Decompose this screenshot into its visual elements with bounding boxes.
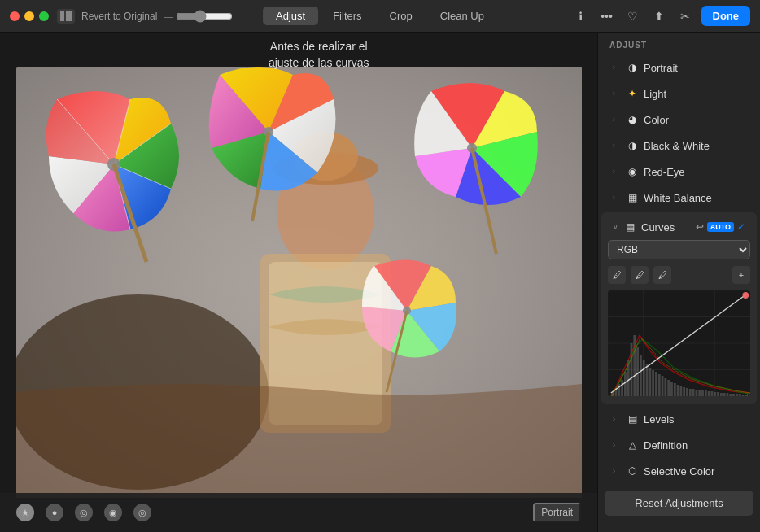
svg-rect-44 [649,368,651,396]
sidebar-item-selective-color[interactable]: › ⬡ Selective Color [601,459,757,483]
light-icon: ✦ [626,87,639,100]
svg-rect-48 [662,376,664,396]
reset-adjustments-button[interactable]: Reset Adjustments [605,491,753,516]
revert-button[interactable]: Revert to Original [81,11,157,22]
svg-rect-41 [640,355,642,396]
tab-cleanup[interactable]: Clean Up [427,7,497,25]
svg-rect-75 [745,395,747,396]
svg-rect-1 [66,11,72,21]
redeye-label: Red-Eye [644,166,685,178]
definition-label: Definition [644,439,688,451]
svg-rect-52 [674,383,676,396]
svg-rect-51 [670,382,673,396]
callout-line1: Antes de realizar el [270,40,368,53]
svg-point-77 [742,292,749,299]
zoom-slider: — [164,10,233,23]
portrait-label: Portrait [644,62,678,74]
zoom-input[interactable] [176,10,233,23]
chevron-icon: › [613,116,621,124]
curves-eyedropper-mid[interactable]: 🖊 [631,266,649,284]
svg-rect-68 [723,393,726,396]
svg-rect-67 [720,393,723,396]
traffic-lights [10,11,49,21]
svg-rect-35 [621,380,623,396]
curves-auto-badge[interactable]: AUTO [707,222,734,232]
maximize-button[interactable] [39,11,49,21]
svg-rect-78 [611,394,612,396]
svg-rect-0 [60,11,64,21]
sidebar-item-levels[interactable]: › ▤ Levels [601,407,757,431]
light-label: Light [644,88,666,100]
view-toggle [57,9,75,24]
histogram-graph[interactable] [608,290,750,396]
info-icon[interactable]: ℹ [571,7,591,26]
curves-header[interactable]: ∨ ▤ Curves ↩ AUTO ✓ [608,217,750,237]
levels-icon: ▤ [626,412,639,425]
tool-2[interactable]: ● [46,504,63,521]
selective-color-label: Selective Color [644,465,714,477]
curves-add-point[interactable]: + [732,266,750,284]
selective-color-icon: ⬡ [626,464,639,477]
tools-icon[interactable]: ✂ [675,7,695,26]
sidebar-item-portrait[interactable]: › ◑ Portrait [601,55,757,80]
chevron-icon: › [613,415,621,423]
bw-icon: ◑ [626,139,639,152]
sidebar-item-color[interactable]: › ◕ Color [601,107,757,132]
svg-rect-55 [683,387,685,396]
svg-rect-66 [717,392,719,396]
svg-rect-45 [652,370,654,396]
main-content: Antes de realizar el ajuste de las curva… [0,33,760,532]
chevron-icon: › [613,194,621,202]
toolbar-left: Revert to Original — [57,9,233,24]
rgb-select[interactable]: RGB Red Green Blue [608,240,750,259]
portrait-button[interactable]: Portrait [533,503,581,522]
svg-rect-73 [739,394,741,396]
svg-rect-57 [689,389,692,396]
curves-label: Curves [641,221,696,233]
tool-5[interactable]: ◎ [133,504,151,521]
sidebar-item-red-eye[interactable]: › ◉ Red-Eye [601,159,757,184]
photo-canvas[interactable] [16,67,582,498]
photo-image [16,67,582,498]
curves-eyedropper-dark[interactable]: 🖊 [608,266,626,284]
tool-4[interactable]: ◉ [104,504,122,521]
minimize-button[interactable] [24,11,34,21]
sidebar-item-black-white[interactable]: › ◑ Black & White [601,133,757,158]
sidebar-item-light[interactable]: › ✦ Light [601,81,757,106]
curves-check-icon[interactable]: ✓ [737,221,745,233]
tab-adjust[interactable]: Adjust [263,7,318,25]
svg-rect-42 [643,360,645,396]
photo-area: Antes de realizar el ajuste de las curva… [0,33,597,532]
done-button[interactable]: Done [701,6,751,26]
svg-rect-40 [636,347,639,396]
tab-crop[interactable]: Crop [377,7,426,25]
curves-tools: 🖊 🖊 🖊 + [608,263,750,287]
sidebar: ADJUST › ◑ Portrait › ✦ Light › ◕ Color … [597,33,760,532]
sidebar-item-white-balance[interactable]: › ▦ White Balance [601,185,757,210]
chevron-icon: › [613,63,621,72]
curves-undo-icon[interactable]: ↩ [696,221,704,233]
svg-rect-36 [624,372,627,396]
curves-section: ∨ ▤ Curves ↩ AUTO ✓ RGB Red Green Blue 🖊… [601,212,757,404]
heart-icon[interactable]: ♡ [623,7,643,26]
svg-rect-49 [664,378,666,396]
share-icon[interactable]: ⬆ [649,7,669,26]
more-options-icon[interactable]: ••• [597,7,617,26]
sidebar-section-header: ADJUST [598,33,760,55]
svg-rect-54 [679,386,682,396]
curves-eyedropper-light[interactable]: 🖊 [653,266,671,284]
tool-3[interactable]: ◎ [75,504,93,521]
svg-rect-62 [705,390,707,396]
sidebar-item-definition[interactable]: › △ Definition [601,433,757,457]
tool-original[interactable]: ★ [16,504,34,521]
close-button[interactable] [10,11,20,21]
single-view-button[interactable] [57,9,75,24]
curves-controls: ↩ AUTO ✓ [696,221,745,233]
wb-icon: ▦ [626,191,639,204]
wb-label: White Balance [644,192,712,204]
svg-rect-60 [698,390,701,396]
curves-chevron-icon: ∨ [613,223,618,231]
svg-rect-69 [727,393,729,396]
tab-filters[interactable]: Filters [320,7,374,25]
definition-icon: △ [626,438,639,451]
